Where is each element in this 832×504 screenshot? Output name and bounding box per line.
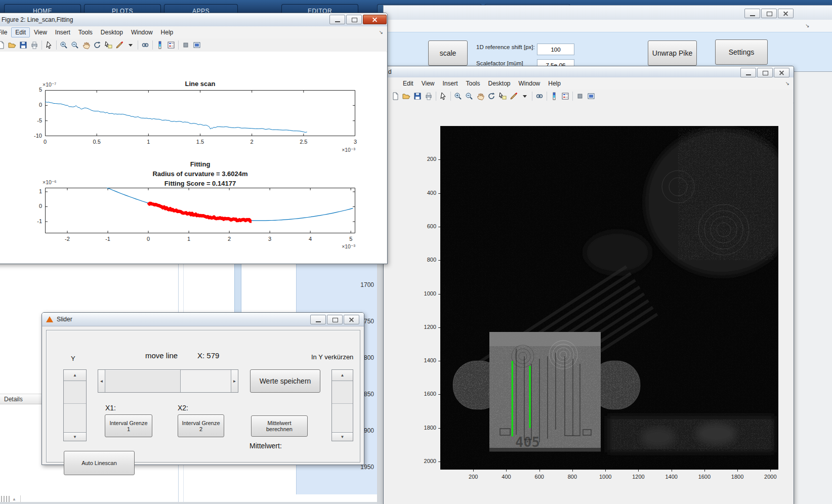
- caret-down-icon[interactable]: [519, 91, 530, 101]
- maximize-button[interactable]: [327, 315, 343, 324]
- menu-view[interactable]: View: [418, 78, 439, 89]
- in-y-slider-up-button[interactable]: ▲: [332, 370, 353, 381]
- minimize-button[interactable]: [310, 315, 326, 324]
- legend-icon[interactable]: [165, 40, 177, 50]
- close-button[interactable]: [774, 68, 789, 77]
- dock-arrow-icon[interactable]: ↘: [785, 80, 789, 86]
- legend-icon[interactable]: [560, 91, 571, 101]
- menu-edit[interactable]: Edit: [399, 78, 418, 89]
- y-tick-label: 1800: [416, 425, 436, 431]
- slider-title: Slider: [57, 316, 72, 323]
- slider-thumb[interactable]: [105, 370, 181, 392]
- y-slider-thumb[interactable]: [64, 381, 86, 404]
- dock-arrow-icon[interactable]: ↘: [805, 23, 809, 28]
- phase-image-axes[interactable]: 405: [440, 126, 778, 470]
- y-tick-label: -1: [24, 218, 42, 224]
- menu-help[interactable]: Help: [544, 78, 565, 89]
- save-icon[interactable]: [412, 91, 423, 101]
- figure2-canvas[interactable]: Line scan ×10⁻⁷ ×10⁻³ Fitting Radius of …: [0, 52, 387, 263]
- cursor-arrow-icon[interactable]: [438, 91, 449, 101]
- close-button[interactable]: [344, 315, 359, 324]
- open-folder-icon[interactable]: [7, 40, 18, 50]
- cursor-arrow-icon[interactable]: [44, 40, 55, 50]
- rotate-3d-icon[interactable]: [92, 40, 103, 50]
- maximize-button[interactable]: [761, 9, 777, 18]
- colorbar-icon[interactable]: [154, 40, 165, 50]
- menu-window[interactable]: Window: [515, 78, 545, 89]
- data-cursor-icon[interactable]: [497, 91, 508, 101]
- pan-hand-icon[interactable]: [475, 91, 486, 101]
- zoom-in-icon[interactable]: [58, 40, 69, 50]
- menu-insert[interactable]: Insert: [438, 78, 462, 89]
- y-slider-down-button[interactable]: ▼: [64, 432, 86, 441]
- in-y-slider-thumb[interactable]: [332, 381, 353, 404]
- dock-large-icon[interactable]: [586, 91, 597, 101]
- print-icon[interactable]: [423, 91, 434, 101]
- dock-large-icon[interactable]: [191, 40, 202, 50]
- link-plots-icon[interactable]: [534, 91, 545, 101]
- close-button[interactable]: [778, 9, 794, 18]
- menu-desktop[interactable]: Desktop: [484, 78, 515, 89]
- maximize-button[interactable]: [346, 15, 362, 24]
- zoom-out-icon[interactable]: [464, 91, 475, 101]
- data-cursor-icon[interactable]: [103, 40, 114, 50]
- minimize-button[interactable]: [740, 68, 756, 77]
- unwrap-pike-button[interactable]: Unwrap Pike: [648, 40, 697, 66]
- close-button[interactable]: [363, 15, 387, 24]
- x-tick-label: 1400: [660, 474, 683, 480]
- rotate-3d-icon[interactable]: [486, 91, 497, 101]
- colorbar-icon[interactable]: [549, 91, 560, 101]
- menu-window[interactable]: Window: [127, 27, 157, 37]
- slider-right-arrow[interactable]: ►: [231, 370, 238, 392]
- werte-speichern-button[interactable]: Werte speichern: [250, 369, 320, 393]
- menu-file[interactable]: File: [0, 27, 11, 37]
- slider-left-arrow[interactable]: ◄: [98, 370, 105, 392]
- dock-small-icon[interactable]: [180, 40, 191, 50]
- dock-small-icon[interactable]: [574, 91, 586, 101]
- x-tick-label: 0: [138, 236, 158, 242]
- slider-track[interactable]: [181, 370, 231, 392]
- pan-hand-icon[interactable]: [80, 40, 92, 50]
- interval-grenze-2-button[interactable]: Interval Grenze 2: [178, 414, 224, 437]
- fitting-axes[interactable]: [45, 188, 355, 233]
- y-slider-track[interactable]: [64, 404, 86, 432]
- ref-shift-input[interactable]: [537, 44, 574, 55]
- menu-tools[interactable]: Tools: [462, 78, 484, 89]
- print-icon[interactable]: [29, 40, 40, 50]
- linescan-axes[interactable]: [45, 90, 355, 136]
- scale-button[interactable]: scale: [428, 40, 468, 66]
- menu-edit[interactable]: Edit: [11, 27, 30, 37]
- caret-down-icon[interactable]: [125, 40, 136, 50]
- x-tick-label: 0.5: [87, 139, 107, 145]
- menu-view[interactable]: View: [30, 27, 51, 37]
- auto-linescan-button[interactable]: Auto Linescan: [64, 451, 135, 475]
- in-y-slider-track[interactable]: [332, 404, 353, 432]
- maximize-button[interactable]: [757, 68, 773, 77]
- brush-icon[interactable]: [114, 40, 125, 50]
- dock-arrow-icon[interactable]: ↘: [379, 29, 383, 35]
- y-slider-up-button[interactable]: ▲: [64, 370, 86, 381]
- new-doc-icon[interactable]: [0, 40, 7, 50]
- save-icon[interactable]: [18, 40, 29, 50]
- interval-grenze-1-button[interactable]: Interval Grenze 1: [105, 414, 152, 437]
- minimize-button[interactable]: [744, 9, 760, 18]
- in-y-slider-down-button[interactable]: ▼: [332, 432, 353, 441]
- zoom-out-icon[interactable]: [69, 40, 80, 50]
- figure-right-canvas[interactable]: 405 200400600800100012001400160018002000…: [384, 103, 793, 504]
- y-tickmark: [438, 394, 440, 395]
- menu-desktop[interactable]: Desktop: [97, 27, 127, 37]
- menu-insert[interactable]: Insert: [51, 27, 74, 37]
- link-plots-icon[interactable]: [140, 40, 151, 50]
- zoom-in-icon[interactable]: [452, 91, 464, 101]
- new-doc-icon[interactable]: [390, 91, 401, 101]
- open-folder-icon[interactable]: [401, 91, 412, 101]
- brush-icon[interactable]: [508, 91, 519, 101]
- figure-right-titlebar[interactable]: d: [384, 66, 794, 78]
- settings-button[interactable]: Settings: [715, 39, 768, 65]
- minimize-button[interactable]: [329, 15, 345, 24]
- figure2-window-controls: [328, 15, 387, 24]
- move-line-label: move line: [145, 351, 178, 360]
- mittelwert-berechnen-button[interactable]: Mittelwert berechnen: [251, 415, 308, 437]
- menu-help[interactable]: Help: [157, 27, 178, 37]
- menu-tools[interactable]: Tools: [74, 27, 97, 37]
